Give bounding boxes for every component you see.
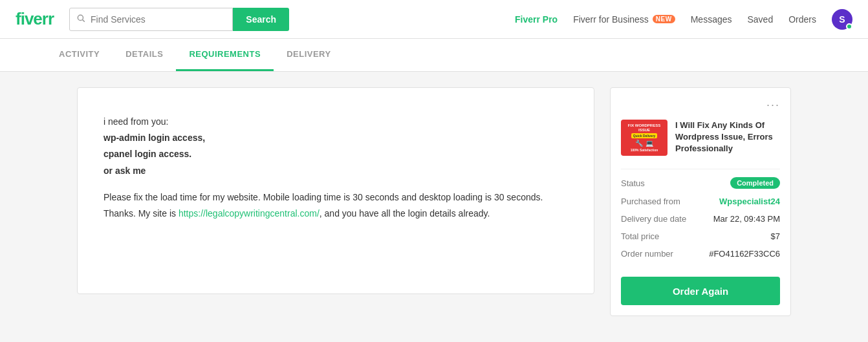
status-row: Status Completed [621,177,780,189]
order-details: Status Completed Purchased from Wpspecia… [621,169,780,259]
card-menu: ··· [621,98,780,112]
thumb-icon2: 💻 [646,140,653,147]
nav-messages[interactable]: Messages [691,14,732,25]
search-container: Search [69,8,289,31]
tabs-bar: ACTIVITY DETAILS REQUIREMENTS DELIVERY [0,39,868,72]
tab-activity[interactable]: ACTIVITY [46,39,113,71]
req-line2: wp-admin login access, [103,133,205,143]
user-avatar[interactable]: S [832,9,852,30]
dots-menu-button[interactable]: ··· [766,98,780,112]
order-number-row: Order number #FO41162F33CC6 [621,249,780,259]
nav-fiverr-business[interactable]: Fiverr for Business NEW [573,14,675,25]
req-description-after: , and you have all the login details alr… [320,208,490,219]
gig-thumbnail: FIX WORDPRESS ISSUE Quick Delivery 🔧 💻 1… [621,120,667,156]
main-nav: Fiverr Pro Fiverr for Business NEW Messa… [515,9,852,30]
thumb-icon1: 🔧 [635,140,643,147]
purchased-from-row: Purchased from Wpspecialist24 [621,197,780,206]
requirement-content: i need from you: wp-admin login access, … [103,114,568,222]
order-again-button[interactable]: Order Again [621,277,780,305]
total-price-value: $7 [771,231,780,241]
req-line1: i need from you: [103,116,168,127]
search-box [69,8,233,31]
status-badge: Completed [730,177,780,189]
delivery-due-row: Delivery due date Mar 22, 09:43 PM [621,214,780,224]
svg-line-1 [83,19,85,21]
search-input[interactable] [91,14,226,25]
req-line3: cpanel login access. [103,149,191,159]
thumb-icons: 🔧 💻 [635,140,653,147]
search-icon [76,14,85,25]
tab-delivery[interactable]: DELIVERY [274,39,344,71]
delivery-due-label: Delivery due date [621,214,686,224]
site-header: fiverr Search Fiverr Pro Fiverr for Busi… [0,0,868,39]
requirements-card: i need from you: wp-admin login access, … [77,87,594,294]
status-label: Status [621,178,645,188]
main-layout: i need from you: wp-admin login access, … [61,87,807,316]
order-number-label: Order number [621,249,673,259]
nav-fiverr-pro[interactable]: Fiverr Pro [515,14,558,25]
new-badge: NEW [653,15,675,23]
thumb-bottom-text: 100% Satisfaction [631,148,658,152]
gig-info: FIX WORDPRESS ISSUE Quick Delivery 🔧 💻 1… [621,120,780,156]
purchased-from-label: Purchased from [621,197,680,206]
req-link[interactable]: https://legalcopywritingcentral.com/ [179,208,320,219]
delivery-due-value: Mar 22, 09:43 PM [713,214,780,224]
order-number-value: #FO41162F33CC6 [709,249,780,259]
total-price-row: Total price $7 [621,231,780,241]
order-card: ··· FIX WORDPRESS ISSUE Quick Delivery 🔧… [610,87,791,316]
gig-title: I Will Fix Any Kinds Of Wordpress Issue,… [675,120,780,155]
tab-requirements[interactable]: REQUIREMENTS [176,39,274,71]
avatar-initial: S [839,14,845,25]
fiverr-logo: fiverr [16,9,54,29]
nav-business-label: Fiverr for Business [573,14,649,25]
nav-orders[interactable]: Orders [788,14,816,25]
nav-saved[interactable]: Saved [748,14,774,25]
svg-point-0 [78,15,83,20]
thumb-badge: Quick Delivery [631,133,658,138]
total-price-label: Total price [621,231,659,241]
tab-details[interactable]: DETAILS [113,39,176,71]
search-button[interactable]: Search [233,8,289,31]
online-indicator [846,23,852,30]
purchased-from-value[interactable]: Wpspecialist24 [719,197,780,206]
thumb-top-text: FIX WORDPRESS ISSUE [624,123,665,132]
req-line4: or ask me [103,166,146,176]
